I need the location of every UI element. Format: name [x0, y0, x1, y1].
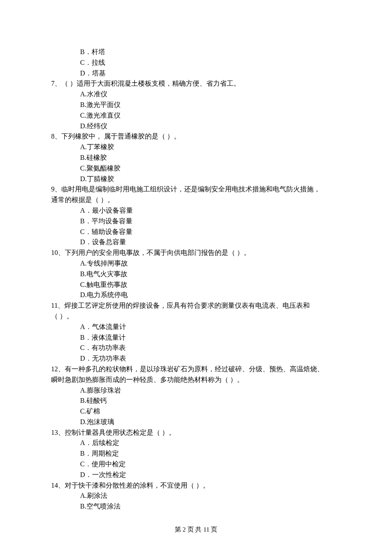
q9-stem-line1: 9、临时用电是编制临时用电施工组织设计，还是编制安全用电技术措施和电气防火措施， [51, 184, 341, 195]
q13-option-d: D．一次性检定 [51, 470, 341, 480]
q12-stem-line2: 瞬时急剧加热膨胀而成的一种轻质、多功能绝热材料称为（ ）。 [51, 375, 341, 385]
q7-option-b: B.激光平面仪 [51, 100, 341, 110]
q13-option-a: A．后续检定 [51, 438, 341, 448]
q10-option-c: C.触电重伤事故 [51, 280, 341, 290]
q6-option-d: D．塔基 [51, 68, 341, 79]
q12-option-c: C.矿棉 [51, 406, 341, 417]
q11-option-d: D．无功功率表 [51, 353, 341, 364]
page-footer: 第 2 页 共 11 页 [0, 525, 392, 535]
q7-option-d: D.经纬仪 [51, 121, 341, 132]
q12-option-a: A.膨胀珍珠岩 [51, 385, 341, 396]
q7-option-c: C.激光准直仪 [51, 110, 341, 121]
q11-option-c: C．有功功率表 [51, 343, 341, 353]
q12-option-d: D.泡沫玻璃 [51, 417, 341, 428]
q9-option-b: B．平均设备容量 [51, 216, 341, 227]
q14-stem: 14、对于快干漆和分散性差的涂料，不宜使用（ ）。 [51, 480, 341, 491]
q10-stem: 10、下列用户的安全用电事故，不属于向供电部门报告的是（ ）。 [51, 248, 341, 258]
q13-option-c: C．使用中检定 [51, 459, 341, 470]
q11-option-b: B．液体流量计 [51, 332, 341, 343]
q7-stem: 7、（ ）适用于大面积混凝土楼板支模，精确方便、省力省工。 [51, 78, 341, 89]
q11-stem-line2: （ ）。 [51, 311, 341, 322]
q10-option-a: A.专线掉闸事故 [51, 258, 341, 269]
q10-option-d: D.电力系统停电 [51, 290, 341, 301]
q12-stem-line1: 12、有一种多孔的粒状物料，是以珍珠岩矿石为原料，经过破碎、分级、预热、高温焙烧… [51, 364, 341, 375]
q8-option-c: C.聚氨酯橡胶 [51, 163, 341, 174]
q7-option-a: A.水准仪 [51, 89, 341, 100]
q9-option-a: A．最小设备容量 [51, 205, 341, 216]
q6-option-b: B．杆塔 [51, 47, 341, 58]
q14-option-a: A.刷涂法 [51, 491, 341, 501]
q8-stem: 8、下列橡胶中， 属于普通橡胶的是（ ）。 [51, 131, 341, 142]
q8-option-b: B.硅橡胶 [51, 153, 341, 163]
q9-option-c: C．辅助设备容量 [51, 227, 341, 237]
q10-option-b: B.电气火灾事故 [51, 269, 341, 280]
q11-option-a: A．气体流量计 [51, 322, 341, 332]
q8-option-a: A.丁苯橡胶 [51, 142, 341, 153]
page: B．杆塔 C．拉线 D．塔基 7、（ ）适用于大面积混凝土楼板支模，精确方便、省… [0, 0, 392, 555]
q6-option-c: C．拉线 [51, 58, 341, 68]
q13-stem: 13、控制计量器具使用状态检定是（ ）。 [51, 428, 341, 438]
q8-option-d: D.丁腈橡胶 [51, 174, 341, 185]
q14-option-b: B.空气喷涂法 [51, 501, 341, 512]
q12-option-b: B.硅酸钙 [51, 396, 341, 406]
q9-stem-line2: 通常的根据是（ ）。 [51, 195, 341, 205]
q13-option-b: B．周期检定 [51, 448, 341, 459]
q9-option-d: D．设备总容量 [51, 237, 341, 248]
q11-stem-line1: 11、焊接工艺评定所使用的焊接设备，应具有符合要求的测量仪表有电流表、电压表和 [51, 301, 341, 311]
